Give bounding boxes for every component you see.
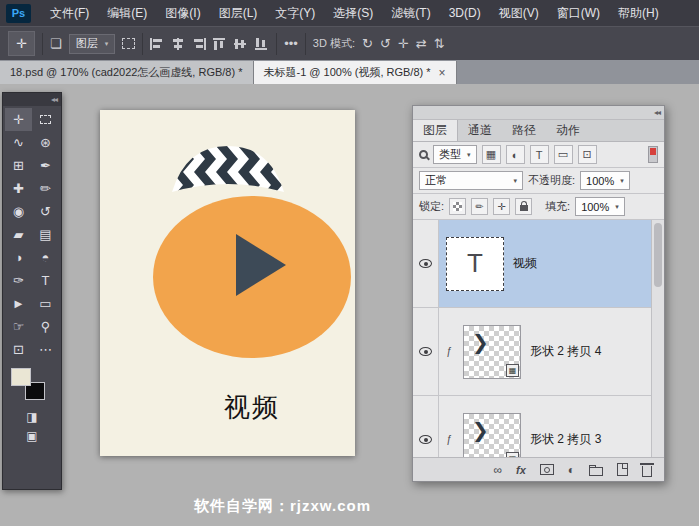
3d-scale-icon[interactable]: ⇅ [434,37,445,50]
zoom-tool[interactable]: ⚲ [32,315,59,338]
3d-pan-icon[interactable]: ✛ [398,37,409,50]
menu-filter[interactable]: 滤镜(T) [382,0,439,26]
menu-help[interactable]: 帮助(H) [609,0,668,26]
menu-3d[interactable]: 3D(D) [440,0,490,26]
tab-channels[interactable]: 通道 [458,120,502,141]
lasso-tool[interactable]: ∿ [5,131,32,154]
hand-tool[interactable]: ☞ [5,315,32,338]
lock-position-icon[interactable]: ✛ [493,198,510,215]
tools-panel-header[interactable]: ◂◂ [3,93,61,106]
document-tab-untitled1[interactable]: 未标题-1 @ 100% (视频, RGB/8) * × [254,61,457,84]
menu-type[interactable]: 文字(Y) [266,0,324,26]
layer-name[interactable]: 形状 2 拷贝 3 [530,431,601,448]
quick-selection-tool[interactable]: ⊛ [32,131,59,154]
lock-transparent-pixels-icon[interactable] [449,198,466,215]
collapse-panel-icon[interactable]: ◂◂ [51,95,57,104]
filter-type-dropdown[interactable]: 类型 ▾ [433,145,477,164]
menu-view[interactable]: 视图(V) [490,0,548,26]
align-left-icon[interactable] [150,38,164,50]
eraser-tool[interactable]: ▰ [5,223,32,246]
healing-brush-tool[interactable]: ✚ [5,177,32,200]
history-brush-tool[interactable]: ↺ [32,200,59,223]
menu-file[interactable]: 文件(F) [41,0,98,26]
quick-mask-icon[interactable]: ◨ [26,410,37,424]
layer-thumbnail[interactable]: T [446,237,504,291]
filter-pixel-layers-icon[interactable]: ▦ [482,145,501,164]
adjustment-layer-icon[interactable]: ◐ [568,464,575,476]
gradient-tool[interactable]: ▤ [32,223,59,246]
3d-slide-icon[interactable]: ⇄ [416,37,427,50]
brush-tool[interactable]: ✏ [32,177,59,200]
fill-dropdown[interactable]: 100% ▾ [575,197,625,216]
menu-select[interactable]: 选择(S) [324,0,382,26]
more-options-icon[interactable]: ••• [284,37,298,50]
link-layers-icon[interactable]: ∞ [493,464,502,476]
menu-window[interactable]: 窗口(W) [548,0,609,26]
filter-smart-objects-icon[interactable]: ⊡ [578,145,597,164]
dodge-tool[interactable]: ◓ [32,246,59,269]
tab-paths[interactable]: 路径 [502,120,546,141]
auto-select-target-dropdown[interactable]: 图层 ▾ [69,34,116,54]
edit-toolbar-icon[interactable]: ⋯ [32,338,59,361]
shape-tool[interactable]: ▭ [32,292,59,315]
opacity-dropdown[interactable]: 100% ▾ [580,171,630,190]
menu-layer[interactable]: 图层(L) [210,0,267,26]
menu-edit[interactable]: 编辑(E) [98,0,156,26]
show-transform-controls-icon[interactable] [122,38,135,49]
path-selection-tool[interactable]: ► [5,292,32,315]
3d-roll-icon[interactable]: ↺ [380,37,391,50]
artboard-tool[interactable]: ⊡ [5,338,32,361]
blend-mode-dropdown[interactable]: 正常 ▾ [419,171,523,190]
move-tool[interactable]: ✛ [5,108,32,131]
layer-row-video[interactable]: T 视频 [413,220,651,308]
close-tab-icon[interactable]: × [439,66,446,80]
menu-image[interactable]: 图像(I) [156,0,209,26]
visibility-toggle[interactable] [413,220,439,307]
layer-name[interactable]: 形状 2 拷贝 4 [530,343,601,360]
layer-row-shape-copy-4[interactable]: ƒ ❯ ▦ 形状 2 拷贝 4 [413,308,651,396]
marquee-tool[interactable] [32,108,59,131]
filter-type-layers-icon[interactable]: T [530,145,549,164]
layer-thumbnail[interactable]: ❯ ▦ [463,325,521,379]
delete-layer-icon[interactable] [642,466,652,477]
layer-stack-icon[interactable]: ❏ [50,37,62,50]
layer-row-shape-copy-3[interactable]: ƒ ❯ ▦ 形状 2 拷贝 3 [413,396,651,457]
filter-adjustment-layers-icon[interactable]: ◐ [506,145,525,164]
layer-row-content[interactable]: T 视频 [439,220,651,307]
visibility-toggle[interactable] [413,308,439,395]
align-middle-icon[interactable] [234,38,248,50]
align-bottom-icon[interactable] [255,38,269,50]
filtering-toggle[interactable] [648,146,658,163]
blur-tool[interactable]: ◑ [5,246,32,269]
type-tool[interactable]: T [32,269,59,292]
canvas-document[interactable]: 视频 [100,110,355,456]
clone-stamp-tool[interactable]: ◉ [5,200,32,223]
collapse-panel-icon[interactable]: ◂◂ [654,108,660,117]
layer-thumbnail[interactable]: ❯ ▦ [463,413,521,458]
align-top-icon[interactable] [213,38,227,50]
lock-image-pixels-icon[interactable]: ✏ [471,198,488,215]
add-layer-mask-icon[interactable] [540,464,554,475]
visibility-toggle[interactable] [413,396,439,457]
scrollbar-thumb[interactable] [654,223,662,287]
eyedropper-tool[interactable]: ✒ [32,154,59,177]
layer-name[interactable]: 视频 [513,255,537,272]
new-layer-icon[interactable] [617,463,628,476]
layers-panel-header[interactable]: ◂◂ [413,106,664,120]
tab-layers[interactable]: 图层 [413,120,458,141]
3d-orbit-icon[interactable]: ↻ [362,37,373,50]
tab-actions[interactable]: 动作 [546,120,590,141]
document-tab-18psd[interactable]: 18.psd @ 170% (cad2022怎么画虚线, RGB/8) * [0,61,254,84]
align-right-icon[interactable] [192,38,206,50]
screen-mode-icon[interactable]: ▣ [26,429,37,443]
active-tool-indicator[interactable]: ✛ [8,31,35,56]
align-center-horizontal-icon[interactable] [171,38,185,50]
filter-shape-layers-icon[interactable]: ▭ [554,145,573,164]
new-group-icon[interactable] [589,467,603,476]
pen-tool[interactable]: ✑ [5,269,32,292]
crop-tool[interactable]: ⊞ [5,154,32,177]
lock-all-icon[interactable] [515,198,532,215]
layer-row-content[interactable]: ƒ ❯ ▦ 形状 2 拷贝 4 [439,308,651,395]
foreground-color-swatch[interactable] [11,368,31,386]
layer-style-icon[interactable]: fx [516,464,526,476]
